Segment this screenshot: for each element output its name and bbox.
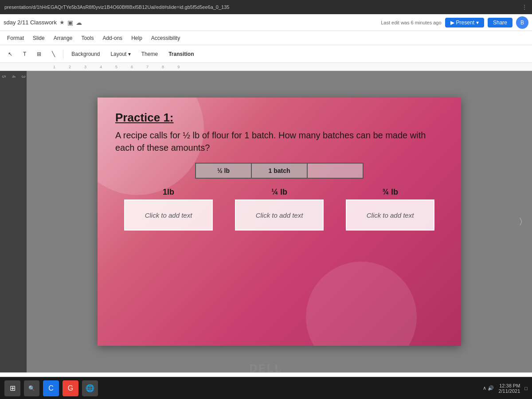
app-header: sday 2/11 Classwork ★ ▣ ☁ Last edit was …: [0, 14, 532, 31]
select-tool-button[interactable]: ↖: [4, 49, 17, 59]
answer-box-threequarter-text: Click to add text: [367, 211, 414, 219]
app-title: sday 2/11 Classwork ★ ▣ ☁: [4, 19, 82, 26]
answer-box-quarter[interactable]: Click to add text: [235, 200, 324, 231]
taskbar-start-button[interactable]: ⊞: [4, 380, 20, 396]
taskbar-chrome[interactable]: C: [43, 380, 59, 396]
taskbar-right: ∧ 🔊 12:38 PM 2/11/2021 □: [483, 383, 528, 394]
dell-logo: DELL: [250, 362, 283, 375]
menu-slide[interactable]: Slide: [29, 33, 48, 43]
menu-format[interactable]: Format: [4, 33, 27, 43]
table-cell-empty: [307, 163, 363, 178]
taskbar: ⊞ 🔍 C G 🌐 ∧ 🔊 12:38 PM 2/11/2021 □: [0, 377, 532, 399]
menu-bar: Format Slide Arrange Tools Add-ons Help …: [0, 31, 532, 45]
menu-arrange[interactable]: Arrange: [50, 33, 76, 43]
title-text: sday 2/11 Classwork: [4, 19, 57, 26]
answer-box-1lb-text: Click to add text: [145, 211, 192, 219]
answer-col-1lb: 1lb Click to add text: [124, 188, 213, 231]
share-button[interactable]: Share: [488, 18, 512, 27]
menu-accessibility[interactable]: Accessibility: [148, 33, 184, 43]
taskbar-search[interactable]: 🔍: [24, 380, 39, 396]
left-panel: 345: [0, 71, 27, 372]
menu-addons[interactable]: Add-ons: [99, 33, 126, 43]
practice-title: Practice 1:: [115, 111, 443, 125]
cloud-icon[interactable]: ☁: [76, 19, 82, 26]
answer-boxes-row: 1lb Click to add text ¼ lb Click to add …: [115, 188, 443, 231]
shape-tool-button[interactable]: ╲: [47, 49, 59, 59]
menu-help[interactable]: Help: [128, 33, 146, 43]
slide-area: Practice 1: A recipe calls for ½ lb of f…: [27, 71, 532, 372]
image-tool-button[interactable]: ⊞: [32, 49, 46, 59]
slide-content: Practice 1: A recipe calls for ½ lb of f…: [98, 98, 461, 244]
ruler: 12345 6789: [0, 63, 532, 71]
fraction-table: ½ lb 1 batch: [195, 163, 364, 179]
taskbar-earth[interactable]: 🌐: [82, 380, 98, 396]
toolbar: ↖ T ⊞ ╲ Background Layout ▾ Theme Transi…: [0, 45, 532, 63]
transition-button[interactable]: Transition: [164, 49, 198, 59]
table-cell-fraction: ½ lb: [196, 163, 251, 178]
answer-box-quarter-text: Click to add text: [256, 211, 303, 219]
amount-quarter: ¼ lb: [271, 188, 287, 197]
browser-bar: presentation/d/1hHrEGAQrTYe5b3AsR8f0yviz…: [0, 0, 532, 14]
theme-button[interactable]: Theme: [137, 49, 162, 59]
last-edit-text: Last edit was 6 minutes ago: [381, 20, 441, 25]
url-bar[interactable]: presentation/d/1hHrEGAQrTYe5b3AsR8f0yviz…: [4, 4, 229, 10]
layout-button[interactable]: Layout ▾: [106, 49, 135, 59]
text-tool-button[interactable]: T: [19, 49, 31, 59]
present-button[interactable]: ▶ Present ▾: [445, 18, 484, 27]
answer-box-1lb[interactable]: Click to add text: [124, 200, 213, 231]
question-text: A recipe calls for ½ lb of flour for 1 b…: [115, 129, 443, 154]
taskbar-time-text: 12:38 PM: [498, 383, 520, 388]
taskbar-icons: ∧ 🔊: [483, 385, 494, 391]
table-cell-batch: 1 batch: [251, 163, 307, 178]
dropdown-arrow-icon: ▾: [476, 20, 479, 26]
amount-threequarter: ¾ lb: [382, 188, 398, 197]
background-button[interactable]: Background: [67, 49, 104, 59]
slide-canvas: Practice 1: A recipe calls for ½ lb of f…: [98, 98, 461, 346]
menu-tools[interactable]: Tools: [78, 33, 97, 43]
scroll-handle[interactable]: 〉: [519, 216, 528, 228]
star-icon[interactable]: ★: [59, 19, 65, 26]
taskbar-date-text: 2/11/2021: [498, 388, 520, 394]
main-area: 345 Practice 1: A recipe calls for ½ lb …: [0, 71, 532, 372]
answer-col-quarter: ¼ lb Click to add text: [235, 188, 324, 231]
answer-box-threequarter[interactable]: Click to add text: [346, 200, 434, 231]
slides-icon[interactable]: ▣: [67, 19, 73, 26]
present-icon: ▶: [450, 20, 454, 26]
avatar: B: [516, 16, 528, 29]
amount-1lb: 1lb: [163, 188, 174, 197]
taskbar-clock: 12:38 PM 2/11/2021: [498, 383, 520, 394]
separator-1: [63, 50, 63, 59]
taskbar-slides[interactable]: G: [63, 380, 78, 396]
layout-dropdown-icon: ▾: [128, 51, 131, 57]
taskbar-notification[interactable]: □: [524, 386, 528, 391]
answer-col-threequarter: ¾ lb Click to add text: [346, 188, 434, 231]
ruler-marks: 12345 6789: [53, 65, 180, 69]
